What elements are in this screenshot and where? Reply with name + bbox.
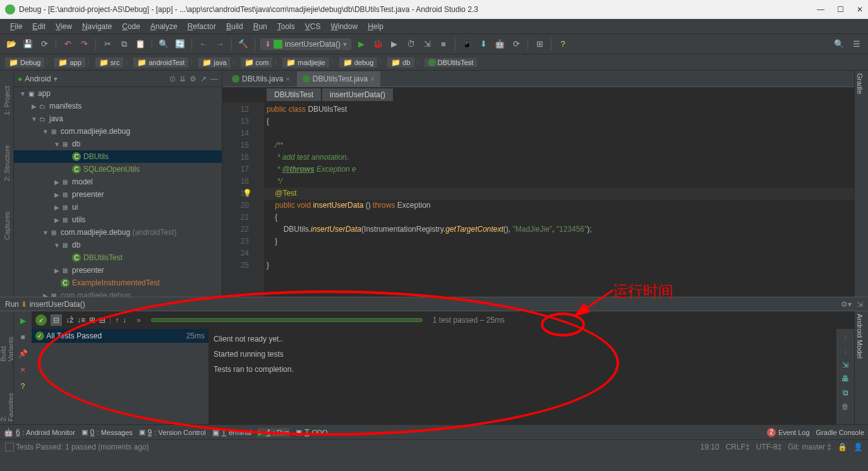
tree-item[interactable]: CDBUtils — [14, 150, 222, 163]
inspect-icon[interactable]: 👤 — [853, 443, 863, 451]
breadcrumb-item[interactable]: 📁 java — [198, 57, 230, 68]
sdk-icon[interactable]: ⬇ — [477, 38, 490, 51]
tool-tab-android-model[interactable]: Android Model — [855, 311, 865, 361]
menu-help[interactable]: Help — [364, 21, 387, 32]
tree-item[interactable]: ▶⊞com.madjiejie.debug — [14, 289, 222, 297]
menu-run[interactable]: Run — [250, 21, 271, 32]
replace-icon[interactable]: 🔄 — [174, 38, 186, 51]
fold-column[interactable] — [254, 102, 264, 297]
down-icon[interactable]: ↓ — [843, 347, 847, 355]
menu-tools[interactable]: Tools — [274, 21, 299, 32]
breadcrumb-item[interactable]: 📁 Debug — [5, 57, 44, 68]
tree-item[interactable]: ▶🗀manifests — [14, 100, 222, 112]
sort2-icon[interactable]: ↓≡ — [77, 316, 85, 325]
help-icon[interactable]: ? — [557, 38, 569, 51]
minimize-panel-icon[interactable]: — — [210, 75, 218, 83]
caret-position[interactable]: 19:10 — [701, 443, 720, 451]
breadcrumb-item[interactable]: 📁 db — [387, 57, 414, 68]
pin-run-icon[interactable]: 📌 — [17, 348, 28, 359]
menu-analyze[interactable]: Analyze — [147, 21, 181, 32]
tool-tab-gradle[interactable]: Gradle — [855, 71, 865, 97]
next-icon[interactable]: ↓ — [123, 316, 126, 325]
find-icon[interactable]: 🔍 — [157, 38, 170, 51]
close-run-icon[interactable]: ✕ — [17, 364, 28, 376]
menu-icon[interactable]: ☰ — [850, 38, 863, 51]
editor-crumb[interactable]: DBUtilsTest — [267, 88, 321, 101]
collapse-all-icon[interactable]: ⊟ — [99, 316, 105, 325]
tree-item[interactable]: ▶⊞ui — [14, 201, 222, 213]
bottom-tab-event-log[interactable]: 2 Event Log — [767, 428, 810, 437]
breadcrumb-item[interactable]: 📁 debug — [339, 57, 378, 68]
menu-vcs[interactable]: VCS — [301, 21, 325, 32]
structure-icon[interactable]: ⊞ — [533, 38, 546, 51]
project-view-selector[interactable]: Android — [25, 75, 51, 83]
line-separator[interactable]: CRLF‡ — [726, 443, 750, 451]
tree-item[interactable]: ▶⊞model — [14, 176, 222, 188]
menu-code[interactable]: Code — [118, 21, 144, 32]
avd-icon[interactable]: 📱 — [461, 38, 473, 51]
project-tree[interactable]: ▼▣app▶🗀manifests▼🗀java▼⊞com.madjiejie.de… — [14, 87, 222, 297]
tree-item[interactable]: ▼▣app — [14, 87, 222, 100]
console-output[interactable]: Client not ready yet..Started running te… — [208, 329, 836, 424]
menu-view[interactable]: View — [52, 21, 76, 32]
code-body[interactable]: public class DBUtilsTest{ /** * add test… — [264, 102, 854, 297]
lock-icon[interactable]: 🔒 — [838, 443, 847, 451]
bottom-tab-4-run[interactable]: ▶ 4: Run — [258, 428, 289, 437]
editor-crumb[interactable]: insertUserData() — [322, 88, 393, 101]
redo-icon[interactable]: ↷ — [78, 38, 90, 51]
expand-icon[interactable]: ⊞ — [89, 316, 95, 325]
rerun-icon[interactable]: ▶ — [17, 315, 28, 326]
editor-tab[interactable]: DBUtils.java× — [226, 71, 296, 86]
open-icon[interactable]: 📂 — [5, 38, 18, 51]
bottom-tab-gradle-console[interactable]: Gradle Console — [816, 428, 864, 437]
bottom-tab-6-android-monitor[interactable]: 🤖 6: Android Monitor — [4, 428, 75, 437]
breadcrumb-item[interactable]: 📁 app — [54, 57, 85, 68]
test-tree[interactable]: ✓ All Tests Passed 25ms — [32, 329, 208, 424]
maximize-button[interactable]: ☐ — [837, 5, 844, 14]
back-icon[interactable]: ← — [197, 38, 210, 51]
sync-icon[interactable]: ⟳ — [38, 38, 51, 51]
profile-icon[interactable]: ⏱ — [404, 38, 417, 51]
sync-gradle-icon[interactable]: ⟳ — [510, 38, 522, 51]
help-run-icon[interactable]: ? — [17, 381, 28, 392]
tree-item[interactable]: ▼🗀java — [14, 112, 222, 125]
tool-tab-1-project[interactable]: 1: Project — [2, 83, 12, 117]
undo-icon[interactable]: ↶ — [61, 38, 74, 51]
editor-tab[interactable]: DBUtilsTest.java× — [297, 71, 380, 86]
gear-icon[interactable]: ⚙▾ — [841, 300, 852, 309]
bottom-tab-0-messages[interactable]: ▣ 0: Messages — [81, 428, 133, 437]
tool-tab-captures[interactable]: Captures — [2, 209, 12, 242]
menu-file[interactable]: File — [6, 21, 26, 32]
collapse-icon[interactable]: ⇊ — [179, 75, 186, 83]
coverage-icon[interactable]: ▶ — [388, 38, 401, 51]
tool-tab-2-favorites[interactable]: 2: Favorites — [0, 389, 16, 424]
settings-icon[interactable]: ⚙ — [190, 75, 196, 83]
tree-item[interactable]: ▼⊞com.madjiejie.debug (androidTest) — [14, 226, 222, 239]
make-icon[interactable]: 🔨 — [237, 38, 250, 51]
breadcrumb-item[interactable]: 📁 androidTest — [133, 57, 188, 68]
stop-icon[interactable]: ■ — [437, 38, 450, 51]
menu-window[interactable]: Window — [327, 21, 361, 32]
bottom-tab-todo[interactable]: ▣ TODO — [296, 428, 327, 437]
bottom-tab-terminal[interactable]: ▣ Terminal — [212, 428, 251, 437]
paste-icon[interactable]: 📋 — [134, 38, 147, 51]
tree-item[interactable]: CExampleInstrumentedTest — [14, 277, 222, 289]
pin-icon[interactable]: ⇲ — [857, 300, 863, 309]
breadcrumb-item[interactable]: DBUtilsTest — [425, 58, 478, 67]
tree-item[interactable]: CDBUtilsTest — [14, 251, 222, 264]
stop-run-icon[interactable]: ■ — [17, 331, 28, 343]
ddms-icon[interactable]: 🤖 — [493, 38, 506, 51]
menu-build[interactable]: Build — [222, 21, 247, 32]
hide-icon[interactable]: ↗ — [200, 75, 207, 83]
menu-navigate[interactable]: Navigate — [78, 21, 116, 32]
minimize-button[interactable]: — — [817, 5, 824, 14]
breadcrumb-item[interactable]: 📁 madjiejie — [282, 57, 329, 68]
tree-item[interactable]: ▼⊞db — [14, 138, 222, 150]
menu-refactor[interactable]: Refactor — [184, 21, 220, 32]
copy-icon[interactable]: ⧉ — [118, 38, 130, 51]
print-icon[interactable]: 🖶 — [841, 374, 849, 383]
run-config-selector[interactable]: ⬇ insertUserData() ▾ — [260, 39, 351, 50]
breadcrumb-item[interactable]: 📁 com — [241, 57, 273, 68]
bottom-tab-9-version-control[interactable]: ▣ 9: Version Control — [139, 428, 206, 437]
breadcrumb-item[interactable]: 📁 src — [95, 57, 124, 68]
